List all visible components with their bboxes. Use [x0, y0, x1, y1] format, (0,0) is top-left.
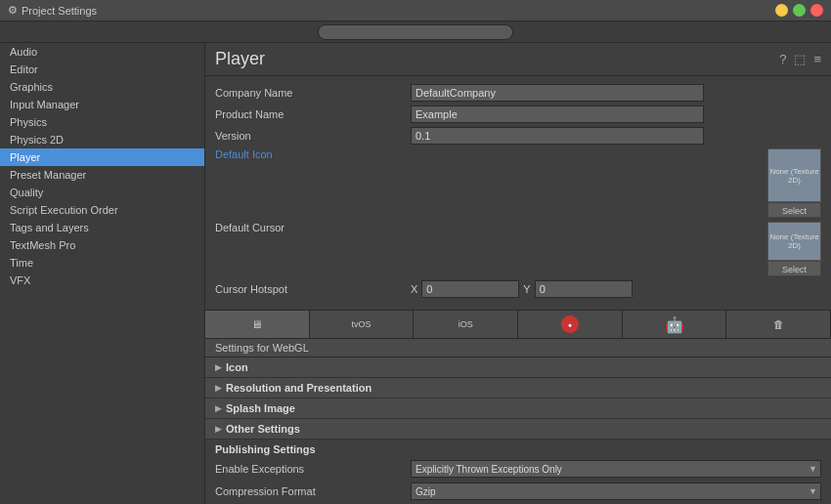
- default-cursor-label: Default Cursor: [215, 222, 411, 233]
- title-bar-label: Project Settings: [22, 5, 97, 17]
- cursor-preview-text1: None (Texture: [769, 232, 818, 241]
- sidebar-item-graphics[interactable]: Graphics: [0, 78, 204, 96]
- enable-exceptions-dropdown-wrapper: Explicitly Thrown Exceptions Only None A…: [411, 460, 821, 478]
- enable-exceptions-select[interactable]: Explicitly Thrown Exceptions Only None A…: [411, 460, 821, 478]
- compression-format-row: Compression Format Gzip Brotli Disabled …: [215, 482, 821, 501]
- default-icon-preview: None (Texture 2D) Select: [767, 148, 821, 218]
- cursor-preview-box: None (Texture 2D): [767, 222, 821, 261]
- icon-preview-text2: 2D): [788, 176, 801, 185]
- platform-tabs: 🖥 tvOS iOS ● 🤖 🗑: [205, 310, 831, 339]
- default-cursor-section: Default Cursor None (Texture 2D) Select: [215, 222, 821, 276]
- sidebar-item-editor[interactable]: Editor: [0, 61, 204, 78]
- publishing-settings-header: Publishing Settings: [215, 440, 821, 459]
- sidebar-item-physics-2d[interactable]: Physics 2D: [0, 131, 204, 148]
- tab-ios[interactable]: iOS: [414, 311, 518, 338]
- sidebar-item-input-manager[interactable]: Input Manager: [0, 96, 204, 113]
- title-bar-text: ⚙ Project Settings: [8, 4, 97, 17]
- player-settings-form: Company Name Product Name Version Defaul…: [205, 76, 831, 310]
- compression-format-select[interactable]: Gzip Brotli Disabled: [411, 483, 821, 500]
- default-icon-label[interactable]: Default Icon: [215, 148, 273, 160]
- default-cursor-preview: None (Texture 2D) Select: [767, 222, 821, 276]
- sidebar-item-audio[interactable]: Audio: [0, 43, 204, 61]
- android-icon: 🤖: [665, 315, 684, 334]
- sidebar-item-time[interactable]: Time: [0, 254, 204, 272]
- compression-format-label: Compression Format: [215, 485, 411, 497]
- resolution-section-arrow: ▶: [215, 383, 222, 393]
- enable-exceptions-label: Enable Exceptions: [215, 463, 411, 475]
- icon-section-label: Icon: [226, 361, 248, 373]
- default-icon-section: Default Icon None (Texture 2D) Select: [215, 148, 821, 218]
- header-icons: ? ⬚ ≡: [779, 52, 821, 66]
- y-label: Y: [523, 283, 530, 295]
- tab-pc[interactable]: 🖥: [205, 311, 310, 338]
- cursor-hotspot-row: Cursor Hotspot X Y: [215, 280, 821, 298]
- dock-icon[interactable]: ⬚: [794, 52, 806, 66]
- content-area: Player ? ⬚ ≡ Company Name Product Name V…: [205, 43, 831, 504]
- publishing-settings-section: Publishing Settings Enable Exceptions Ex…: [205, 440, 831, 504]
- tvos-label: tvOS: [352, 319, 372, 329]
- samsung-icon: 🗑: [773, 318, 784, 330]
- resolution-section-header[interactable]: ▶ Resolution and Presentation: [205, 378, 831, 399]
- cursor-hotspot-label: Cursor Hotspot: [215, 283, 411, 295]
- page-title: Player: [215, 49, 265, 69]
- tab-samsung[interactable]: 🗑: [726, 311, 831, 338]
- other-section-header[interactable]: ▶ Other Settings: [205, 419, 831, 440]
- icon-section-arrow: ▶: [215, 362, 222, 372]
- company-name-row: Company Name: [215, 84, 821, 102]
- hotspot-x-input[interactable]: [421, 280, 519, 298]
- product-name-label: Product Name: [215, 108, 411, 120]
- enable-exceptions-row: Enable Exceptions Explicitly Thrown Exce…: [215, 459, 821, 479]
- sidebar-item-physics[interactable]: Physics: [0, 113, 204, 131]
- sidebar-item-preset-manager[interactable]: Preset Manager: [0, 166, 204, 184]
- title-bar: ⚙ Project Settings: [0, 0, 831, 21]
- icon-section-header[interactable]: ▶ Icon: [205, 357, 831, 378]
- tab-webgl[interactable]: ●: [518, 311, 623, 338]
- version-input[interactable]: [411, 127, 704, 145]
- other-section-label: Other Settings: [226, 423, 300, 435]
- sidebar: Audio Editor Graphics Input Manager Phys…: [0, 43, 205, 504]
- product-name-input[interactable]: [411, 105, 704, 123]
- ios-label: iOS: [459, 319, 473, 329]
- tab-tvos[interactable]: tvOS: [310, 311, 415, 338]
- sidebar-item-vfx[interactable]: VFX: [0, 272, 204, 289]
- pc-icon: 🖥: [251, 318, 262, 330]
- hotspot-inputs: X Y: [411, 280, 633, 298]
- help-icon[interactable]: ?: [779, 52, 786, 66]
- content-header: Player ? ⬚ ≡: [205, 43, 831, 76]
- menu-icon[interactable]: ≡: [813, 52, 821, 66]
- company-name-label: Company Name: [215, 87, 411, 99]
- other-section-arrow: ▶: [215, 424, 222, 434]
- icon-select-button[interactable]: Select: [767, 202, 821, 218]
- webgl-icon: ●: [561, 315, 579, 333]
- settings-icon: ⚙: [8, 4, 18, 17]
- company-name-input[interactable]: [411, 84, 704, 102]
- splash-section-label: Splash Image: [226, 402, 295, 414]
- settings-for-webgl-label: Settings for WebGL: [205, 339, 831, 357]
- close-button[interactable]: [810, 4, 823, 17]
- version-row: Version: [215, 127, 821, 145]
- maximize-button[interactable]: [793, 4, 806, 17]
- search-bar: [0, 21, 831, 43]
- sidebar-item-textmesh-pro[interactable]: TextMesh Pro: [0, 236, 204, 254]
- resolution-section-label: Resolution and Presentation: [226, 382, 372, 394]
- icon-preview-text1: None (Texture: [769, 167, 818, 176]
- hotspot-y-input[interactable]: [535, 280, 633, 298]
- tab-android[interactable]: 🤖: [623, 311, 727, 338]
- splash-section-header[interactable]: ▶ Splash Image: [205, 399, 831, 419]
- compression-format-dropdown-wrapper: Gzip Brotli Disabled ▼: [411, 483, 821, 500]
- sidebar-item-quality[interactable]: Quality: [0, 184, 204, 201]
- product-name-row: Product Name: [215, 105, 821, 123]
- window-controls: [775, 4, 823, 17]
- cursor-select-button[interactable]: Select: [767, 261, 821, 276]
- icon-preview-box: None (Texture 2D): [767, 148, 821, 202]
- version-label: Version: [215, 130, 411, 142]
- sidebar-item-script-execution-order[interactable]: Script Execution Order: [0, 201, 204, 219]
- sidebar-item-tags-and-layers[interactable]: Tags and Layers: [0, 219, 204, 236]
- x-label: X: [411, 283, 417, 295]
- cursor-preview-text2: 2D): [788, 241, 801, 250]
- splash-section-arrow: ▶: [215, 403, 222, 413]
- minimize-button[interactable]: [775, 4, 788, 17]
- search-input[interactable]: [318, 24, 513, 40]
- sidebar-item-player[interactable]: Player: [0, 148, 204, 166]
- main-layout: Audio Editor Graphics Input Manager Phys…: [0, 43, 831, 504]
